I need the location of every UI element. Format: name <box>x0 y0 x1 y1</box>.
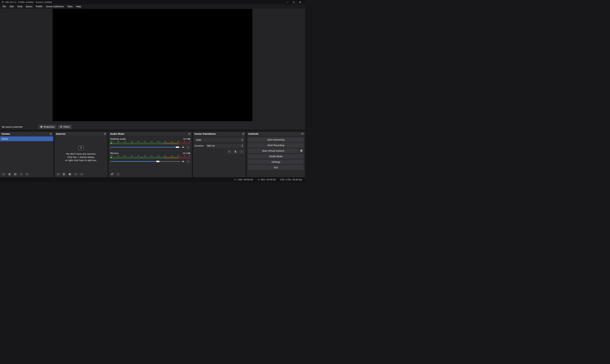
meter-level-indicator <box>110 143 112 144</box>
scenes-panel-header: Scenes <box>0 132 53 136</box>
move-scene-up-button[interactable] <box>19 172 23 176</box>
mic-aux-meter-peak-bar <box>110 158 190 159</box>
transition-select[interactable]: Fade <box>194 138 244 142</box>
scenes-list[interactable]: Scene <box>0 136 53 171</box>
desktop-audio-mute-button[interactable] <box>182 146 184 149</box>
move-source-down-button[interactable] <box>79 172 84 176</box>
sources-popout-button[interactable] <box>104 133 106 135</box>
meter-tick-label: -35 <box>144 155 146 157</box>
studio-mode-button[interactable]: Studio Mode <box>248 154 304 159</box>
minimize-button[interactable]: – <box>284 0 291 4</box>
transitions-popout-button[interactable] <box>242 133 244 135</box>
meter-tick-label: -20 <box>164 141 166 143</box>
desktop-audio-head: Desktop Audio 0.0 dB <box>110 138 190 140</box>
record-off-icon <box>257 178 260 181</box>
sources-panel-header: Sources <box>55 132 108 136</box>
meter-tick-label: -20 <box>164 155 166 157</box>
menu-file[interactable]: File <box>1 4 8 9</box>
menu-help[interactable]: Help <box>74 4 83 9</box>
properties-button-label: Properties <box>44 126 55 128</box>
meter-green-zone <box>110 158 164 159</box>
start-recording-button[interactable]: Start Recording <box>248 143 304 147</box>
scene-filters-button[interactable] <box>13 172 17 176</box>
meter-green-zone <box>110 144 164 144</box>
preview-canvas[interactable] <box>53 9 252 121</box>
add-scene-button[interactable] <box>1 172 6 176</box>
move-scene-down-button[interactable] <box>25 172 29 176</box>
meter-yellow-zone <box>164 144 178 144</box>
transition-properties-button[interactable] <box>239 149 244 154</box>
filters-icon <box>60 126 62 128</box>
properties-button[interactable]: Properties <box>38 125 56 129</box>
remove-scene-button[interactable] <box>7 172 12 176</box>
meter-tick-label: -40 <box>137 155 139 157</box>
advanced-audio-properties-button[interactable] <box>110 172 114 176</box>
add-source-button[interactable] <box>56 172 60 176</box>
scene-list-item-selected[interactable]: Scene <box>0 136 53 141</box>
source-properties-button[interactable] <box>68 172 72 176</box>
live-status: LIVE: 00:00:00 <box>234 178 253 181</box>
menu-profile[interactable]: Profile <box>34 4 44 9</box>
transitions-body: Fade Duration 300 ms <box>193 136 246 155</box>
exit-button[interactable]: Exit <box>248 165 304 170</box>
start-virtual-camera-button[interactable]: Start Virtual Camera <box>248 148 298 153</box>
source-status-label: No source selected <box>2 126 22 128</box>
maximize-icon <box>293 1 295 3</box>
sources-panel: Sources ? You don't have any sources. Cl… <box>55 132 108 177</box>
menu-scene-collection[interactable]: Scene Collection <box>44 4 66 9</box>
transitions-panel-title: Scene Transitions <box>194 133 216 135</box>
meter-red-zone <box>178 144 190 144</box>
kebab-icon <box>187 160 189 163</box>
duration-decrement-button[interactable] <box>242 146 243 147</box>
menu-view[interactable]: View <box>15 4 24 9</box>
start-streaming-button[interactable]: Start Streaming <box>248 137 304 142</box>
move-source-up-button[interactable] <box>73 172 78 176</box>
remove-source-button[interactable] <box>62 172 66 176</box>
meter-tick-label: 0 <box>189 155 190 157</box>
scenes-popout-button[interactable] <box>50 133 52 135</box>
meter-tick-label: -60 <box>110 155 113 157</box>
desktop-audio-slider-row <box>110 145 190 149</box>
popout-icon <box>104 133 106 135</box>
meter-green-zone <box>110 143 164 144</box>
plus-icon <box>228 151 230 153</box>
meter-tick-label: -30 <box>150 141 153 143</box>
virtual-camera-config-button[interactable] <box>299 148 304 153</box>
settings-button[interactable]: Settings <box>248 160 304 164</box>
remove-transition-button[interactable] <box>233 149 238 154</box>
filters-button[interactable]: Filters <box>58 125 72 129</box>
mixer-toolbar <box>109 171 192 177</box>
duration-input[interactable]: 300 ms <box>205 143 244 148</box>
volume-slider-handle[interactable] <box>156 161 159 162</box>
rec-status: REC: 00:00:00 <box>257 178 276 181</box>
close-button[interactable]: × <box>297 0 303 4</box>
mixer-options-button[interactable] <box>116 172 120 176</box>
mic-aux-volume-slider[interactable] <box>110 161 180 162</box>
volume-slider-handle[interactable] <box>176 146 179 148</box>
mic-aux-channel: Mic/Aux -8.3 dB -60-55-50-45-40-35-30-25… <box>110 151 190 165</box>
meter-tick-label: -45 <box>130 141 133 143</box>
titlebar[interactable]: OBS 29.1.2 - Profile: Untitled - Scenes:… <box>0 0 305 4</box>
mixer-popout-button[interactable] <box>188 133 190 135</box>
chevron-down-icon <box>26 173 28 175</box>
duration-increment-button[interactable] <box>242 145 243 145</box>
add-transition-button[interactable] <box>227 149 232 154</box>
menu-tools[interactable]: Tools <box>66 4 74 9</box>
menu-docks[interactable]: Docks <box>24 4 34 9</box>
meter-tick-label: 0 <box>189 141 190 143</box>
mic-aux-mute-button[interactable] <box>182 160 184 163</box>
maximize-button[interactable] <box>291 0 297 4</box>
mic-aux-meter <box>110 157 190 158</box>
popout-icon <box>301 133 304 135</box>
scenes-panel-title: Scenes <box>1 133 10 135</box>
sources-list[interactable]: ? You don't have any sources. Click the … <box>55 136 108 171</box>
desktop-audio-options-button[interactable] <box>186 145 190 149</box>
menu-edit[interactable]: Edit <box>8 4 15 9</box>
meter-green-zone <box>110 157 164 158</box>
controls-popout-button[interactable] <box>301 133 304 135</box>
meter-tick-label: -25 <box>157 155 159 157</box>
desktop-audio-volume-slider[interactable] <box>110 147 180 147</box>
mic-aux-options-button[interactable] <box>186 160 190 163</box>
desktop-audio-name: Desktop Audio <box>110 138 126 140</box>
empty-line-3: or right click here to add one. <box>65 159 97 162</box>
